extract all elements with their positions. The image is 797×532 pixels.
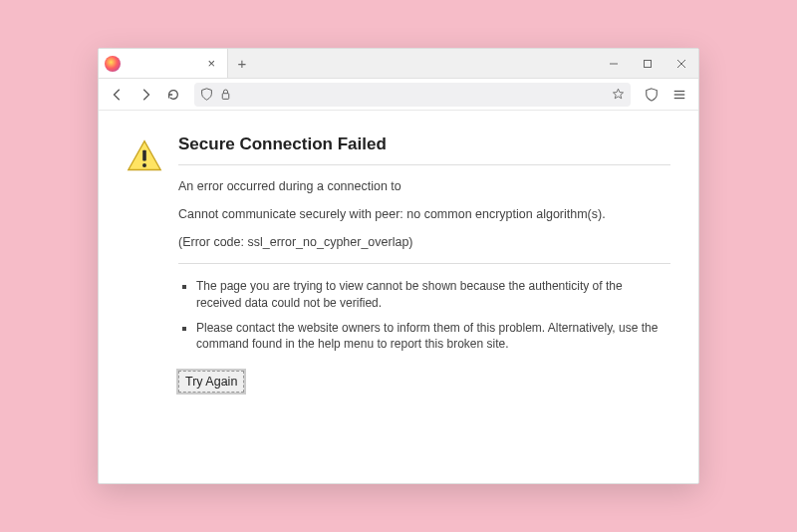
reload-button[interactable] [160, 82, 186, 108]
browser-window: × + [98, 48, 699, 484]
bookmark-star-icon[interactable] [612, 88, 625, 101]
lock-icon [219, 88, 232, 101]
shield-icon [200, 88, 213, 101]
page-content: Secure Connection Failed An error occurr… [99, 111, 698, 483]
back-button[interactable] [105, 82, 131, 108]
error-code: (Error code: ssl_error_no_cypher_overlap… [178, 235, 670, 264]
svg-rect-9 [142, 150, 146, 161]
close-window-button[interactable] [664, 49, 698, 78]
error-body: Secure Connection Failed An error occurr… [178, 134, 670, 463]
browser-tab[interactable]: × [99, 49, 228, 78]
titlebar: × + [99, 49, 698, 79]
new-tab-button[interactable]: + [228, 49, 256, 78]
error-bullet-list: The page you are trying to view cannot b… [178, 278, 670, 353]
svg-rect-4 [222, 94, 229, 100]
window-controls [597, 49, 698, 78]
error-title: Secure Connection Failed [178, 134, 670, 165]
try-again-button[interactable]: Try Again [178, 371, 244, 393]
maximize-button[interactable] [631, 49, 664, 78]
minimize-button[interactable] [597, 49, 631, 78]
svg-point-10 [142, 163, 146, 167]
pocket-icon[interactable] [639, 82, 664, 108]
url-bar[interactable] [194, 83, 631, 107]
tab-close-button[interactable]: × [203, 56, 219, 71]
forward-button[interactable] [133, 82, 158, 108]
error-connection-line: An error occurred during a connection to [178, 179, 670, 193]
toolbar [99, 79, 698, 111]
warning-icon [127, 138, 162, 463]
list-item: Please contact the website owners to inf… [196, 320, 670, 354]
list-item: The page you are trying to view cannot b… [196, 278, 670, 312]
menu-button[interactable] [666, 82, 692, 108]
svg-rect-1 [645, 60, 652, 67]
error-detail-line: Cannot communicate securely with peer: n… [178, 207, 670, 221]
firefox-icon [105, 56, 121, 72]
